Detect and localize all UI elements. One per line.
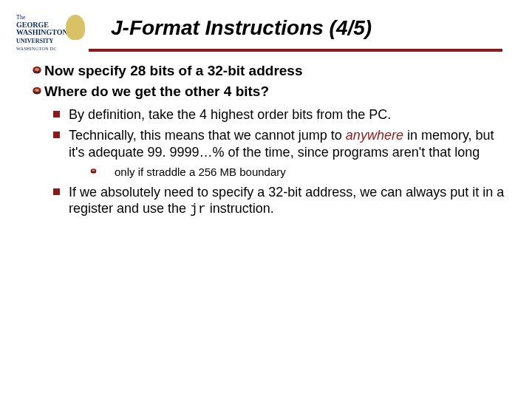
- logo-line2: WASHINGTON: [16, 28, 68, 36]
- svg-point-5: [35, 89, 39, 92]
- bullet-level2: Technically, this means that we cannot j…: [53, 127, 505, 160]
- bullet-text: By definition, take the 4 highest order …: [69, 106, 391, 123]
- logo-dc: WASHINGTON DC: [16, 47, 57, 51]
- logo-portrait: [66, 15, 85, 40]
- logo-line1: GEORGE: [16, 21, 49, 29]
- title-underline: [89, 49, 502, 52]
- bullet-text: only if straddle a 256 MB boundary: [115, 165, 286, 180]
- svg-point-8: [92, 169, 95, 171]
- disc-bullet-icon: [33, 86, 41, 95]
- bullet-level2: If we absolutely need to specify a 32-bi…: [53, 184, 505, 218]
- logo-line3: UNIVERSITY: [16, 38, 53, 44]
- bullet-text: Technically, this means that we cannot j…: [69, 127, 505, 160]
- small-disc-bullet-icon: [90, 168, 97, 174]
- bullet-text: If we absolutely need to specify a 32-bi…: [69, 184, 505, 218]
- bullet-level2: By definition, take the 4 highest order …: [53, 106, 505, 123]
- text-fragment: If we absolutely need to specify a 32-bi…: [69, 185, 504, 216]
- square-bullet-icon: [53, 111, 60, 117]
- bullet-level1: Now specify 28 bits of a 32-bit address: [33, 62, 505, 80]
- university-logo: The GEORGE WASHINGTON UNIVERSITY WASHING…: [16, 13, 86, 49]
- square-bullet-icon: [53, 132, 60, 138]
- disc-bullet-icon: [33, 66, 41, 75]
- bullet-text: Where do we get the other 4 bits?: [44, 83, 269, 100]
- slide-title: J-Format Instructions (4/5): [111, 16, 372, 40]
- square-bullet-icon: [53, 188, 60, 195]
- text-fragment: instruction.: [206, 201, 274, 216]
- emphasis-anywhere: anywhere: [346, 128, 403, 143]
- text-fragment: Technically, this means that we cannot j…: [69, 128, 346, 143]
- slide-body: Now specify 28 bits of a 32-bit address …: [33, 62, 505, 222]
- bullet-text: Now specify 28 bits of a 32-bit address: [44, 62, 303, 80]
- bullet-level3: only if straddle a 256 MB boundary: [90, 165, 505, 180]
- svg-point-2: [35, 68, 39, 71]
- code-jr: jr: [190, 202, 206, 216]
- bullet-level1: Where do we get the other 4 bits?: [33, 83, 505, 100]
